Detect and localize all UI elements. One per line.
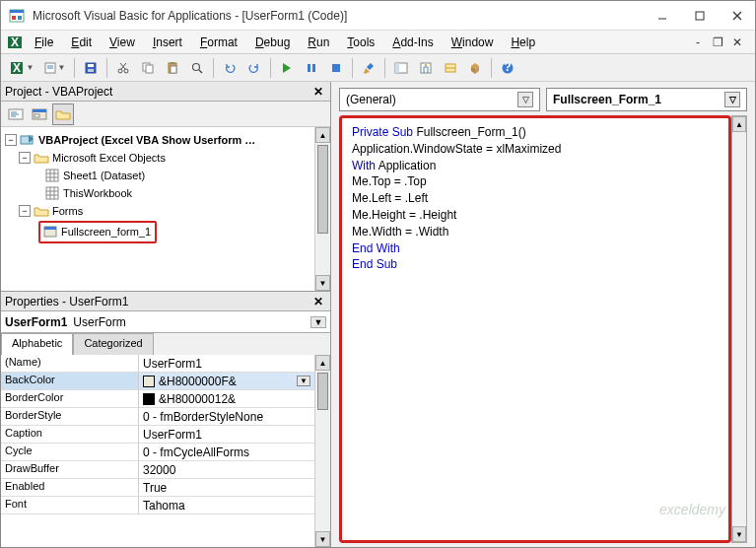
properties-window-button[interactable] — [415, 57, 437, 79]
save-button[interactable] — [80, 57, 102, 79]
properties-grid[interactable]: (Name)UserForm1BackColor&H8000000F&▼Bord… — [1, 355, 314, 547]
menu-help[interactable]: Help — [503, 34, 543, 51]
view-object-button[interactable] — [29, 103, 50, 125]
prop-row-bordercolor[interactable]: BorderColor&H80000012& — [1, 390, 314, 408]
chevron-down-icon[interactable]: ▼ — [310, 316, 326, 328]
scroll-down-button[interactable]: ▼ — [315, 275, 330, 291]
tree-workbook[interactable]: ThisWorkbook — [3, 184, 312, 202]
view-code-button[interactable] — [5, 103, 27, 125]
chevron-down-icon[interactable]: ▼ — [297, 376, 310, 386]
insert-module-button[interactable]: ▼ — [39, 57, 69, 79]
menu-run[interactable]: Run — [300, 34, 337, 51]
tree-root[interactable]: − VBAProject (Excel VBA Show Userform … — [3, 131, 312, 149]
project-panel-close[interactable]: ✕ — [310, 84, 326, 100]
code-line[interactable]: Me.Width = .Width — [352, 224, 719, 240]
code-scrollbar[interactable]: ▲ ▼ — [731, 115, 747, 543]
collapse-icon[interactable]: − — [19, 205, 31, 217]
scroll-up-button[interactable]: ▲ — [315, 127, 330, 143]
mdi-restore-button[interactable]: ❐ — [710, 35, 725, 49]
run-button[interactable] — [276, 57, 298, 79]
code-editor[interactable]: Private Sub Fullscreen_Form_1()Applicati… — [339, 115, 731, 543]
prop-value[interactable]: True — [139, 479, 314, 496]
project-explorer-button[interactable] — [390, 57, 412, 79]
view-excel-button[interactable]: X▼ — [7, 57, 36, 79]
code-line[interactable]: Me.Left = .Left — [352, 190, 719, 207]
toolbox-button[interactable] — [464, 57, 486, 79]
mdi-minimize-button[interactable]: - — [690, 35, 706, 49]
menu-insert[interactable]: Insert — [145, 34, 190, 51]
prop-value[interactable]: UserForm1 — [139, 355, 314, 372]
tab-categorized[interactable]: Categorized — [73, 333, 153, 355]
code-line[interactable]: With Application — [352, 158, 719, 174]
cut-button[interactable] — [112, 57, 134, 79]
code-line[interactable]: End With — [352, 240, 719, 257]
object-combo[interactable]: (General) ▽ — [339, 88, 540, 111]
prop-row-drawbuffer[interactable]: DrawBuffer32000 — [1, 461, 314, 479]
code-line[interactable]: End Sub — [352, 256, 719, 273]
properties-panel-close[interactable]: ✕ — [310, 294, 326, 309]
mdi-close-button[interactable]: ✕ — [729, 35, 745, 49]
menu-window[interactable]: Window — [444, 34, 502, 51]
prop-row-cycle[interactable]: Cycle0 - fmCycleAllForms — [1, 444, 314, 461]
scroll-down-button[interactable]: ▼ — [732, 526, 746, 542]
prop-value[interactable]: 0 - fmCycleAllForms — [139, 444, 314, 460]
prop-value[interactable]: UserForm1 — [139, 426, 314, 443]
prop-value[interactable]: 32000 — [139, 461, 314, 478]
chevron-down-icon[interactable]: ▽ — [517, 92, 533, 107]
paste-button[interactable] — [162, 57, 183, 79]
properties-object-selector[interactable]: UserForm1 UserForm ▼ — [1, 311, 330, 333]
tree-form1[interactable]: Fullscreen_form_1 — [42, 223, 151, 240]
collapse-icon[interactable]: − — [5, 134, 17, 146]
copy-button[interactable] — [137, 57, 159, 79]
tree-folder-excel[interactable]: − Microsoft Excel Objects — [3, 149, 312, 167]
prop-row-name[interactable]: (Name)UserForm1 — [1, 355, 314, 373]
break-button[interactable] — [301, 57, 322, 79]
design-mode-button[interactable] — [358, 57, 379, 79]
scroll-up-button[interactable]: ▲ — [732, 116, 746, 132]
collapse-icon[interactable]: − — [19, 152, 31, 164]
maximize-button[interactable] — [690, 6, 710, 26]
chevron-down-icon[interactable]: ▽ — [724, 92, 740, 107]
menu-debug[interactable]: Debug — [247, 34, 298, 51]
prop-row-font[interactable]: FontTahoma — [1, 497, 314, 514]
scroll-thumb[interactable] — [317, 145, 328, 234]
menu-edit[interactable]: Edit — [63, 34, 100, 51]
help-button[interactable]: ? — [497, 57, 518, 79]
menu-tools[interactable]: Tools — [339, 34, 382, 51]
prop-row-caption[interactable]: CaptionUserForm1 — [1, 426, 314, 444]
tree-folder-forms[interactable]: − Forms — [3, 202, 312, 220]
object-browser-button[interactable] — [440, 57, 461, 79]
prop-value[interactable]: &H80000012& — [139, 390, 314, 407]
code-line[interactable]: Application.WindowState = xlMaximized — [352, 141, 719, 158]
minimize-button[interactable] — [653, 6, 672, 26]
prop-value[interactable]: 0 - fmBorderStyleNone — [139, 408, 314, 425]
redo-button[interactable] — [243, 57, 265, 79]
reset-button[interactable] — [325, 57, 347, 79]
prop-value[interactable]: &H8000000F&▼ — [139, 373, 314, 389]
close-button[interactable] — [727, 6, 747, 26]
scroll-down-button[interactable]: ▼ — [315, 531, 330, 547]
prop-row-enabled[interactable]: EnabledTrue — [1, 479, 314, 497]
code-line[interactable]: Me.Top = .Top — [352, 173, 719, 190]
code-line[interactable]: Me.Height = .Height — [352, 207, 719, 224]
prop-row-backcolor[interactable]: BackColor&H8000000F&▼ — [1, 373, 314, 390]
undo-button[interactable] — [219, 57, 241, 79]
project-panel-header: Project - VBAProject ✕ — [1, 82, 330, 102]
properties-scrollbar[interactable]: ▲ ▼ — [314, 355, 330, 547]
prop-value[interactable]: Tahoma — [139, 497, 314, 514]
scroll-up-button[interactable]: ▲ — [315, 355, 330, 371]
menu-file[interactable]: File — [27, 34, 61, 51]
tab-alphabetic[interactable]: Alphabetic — [1, 333, 73, 355]
menu-add-ins[interactable]: Add-Ins — [384, 34, 441, 51]
project-tree[interactable]: − VBAProject (Excel VBA Show Userform … … — [1, 127, 314, 291]
find-button[interactable] — [186, 57, 208, 79]
menu-format[interactable]: Format — [192, 34, 245, 51]
scroll-thumb[interactable] — [317, 373, 328, 410]
code-line[interactable]: Private Sub Fullscreen_Form_1() — [352, 124, 719, 141]
prop-row-borderstyle[interactable]: BorderStyle0 - fmBorderStyleNone — [1, 408, 314, 426]
toggle-folders-button[interactable] — [52, 103, 74, 125]
procedure-combo[interactable]: Fullscreen_Form_1 ▽ — [546, 88, 747, 111]
tree-sheet1[interactable]: Sheet1 (Dataset) — [3, 167, 312, 184]
menu-view[interactable]: View — [102, 34, 143, 51]
project-scrollbar[interactable]: ▲ ▼ — [314, 127, 330, 291]
